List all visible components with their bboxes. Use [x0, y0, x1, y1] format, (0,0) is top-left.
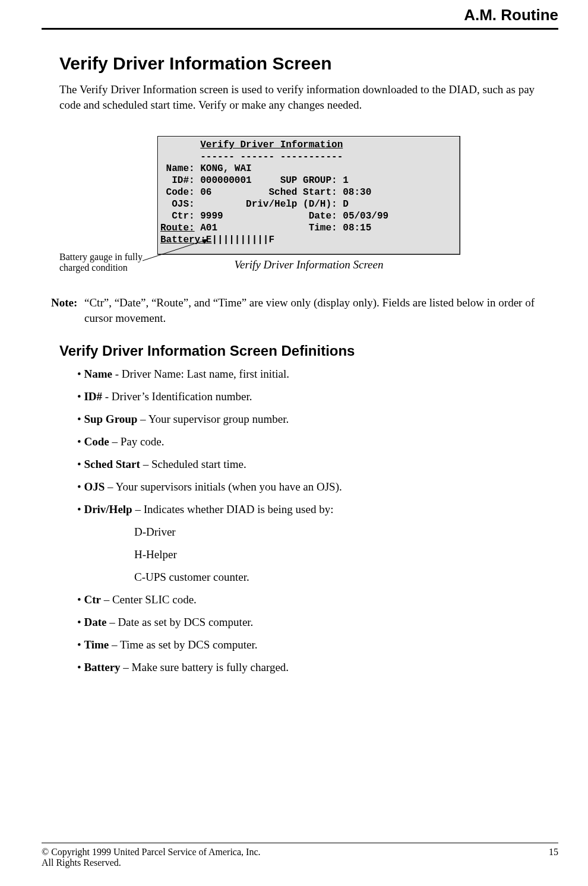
figure-wrap: Verify Driver Information ------ ------ …	[59, 136, 558, 271]
lbl-name: Name:	[160, 163, 195, 174]
val-id: 000000001	[200, 175, 251, 186]
battery-bar: ||||||||||	[211, 235, 268, 245]
lbl-dh: Driv/Help (D/H):	[246, 199, 337, 210]
definition-sep: –	[140, 458, 151, 470]
lbl-battery: Battery:	[160, 235, 206, 245]
page-title: Verify Driver Information Screen	[59, 53, 558, 74]
definition-subitem: H-Helper	[134, 548, 558, 561]
val-date: 05/03/99	[343, 211, 388, 221]
lbl-code: Code:	[160, 187, 195, 198]
page-number: 15	[549, 847, 558, 868]
lbl-route: Route:	[160, 223, 195, 233]
lead-paragraph: The Verify Driver Information screen is …	[59, 82, 558, 112]
definition-term: Driv/Help	[84, 503, 132, 515]
definition-text: Center SLIC code.	[112, 593, 197, 606]
footer-left: © Copyright 1999 United Parcel Service o…	[42, 847, 261, 868]
definition-text: Driver Name: Last name, first initial.	[122, 368, 289, 380]
definition-text: Indicates whether DIAD is being used by:	[144, 503, 334, 515]
lbl-ojs: OJS:	[160, 199, 195, 210]
val-sup: 1	[343, 175, 349, 186]
definition-term: Code	[84, 435, 109, 448]
definition-sublist: D-DriverH-HelperC-UPS customer counter.	[134, 526, 558, 584]
term-pad	[160, 151, 200, 162]
definition-term: OJS	[84, 480, 105, 493]
definition-term: ID#	[84, 390, 102, 403]
definition-term: Name	[84, 368, 112, 380]
definitions-heading: Verify Driver Information Screen Definit…	[59, 343, 558, 359]
terminal-screenshot: Verify Driver Information ------ ------ …	[157, 136, 460, 255]
definition-sep: –	[132, 503, 144, 515]
battery-f: F	[268, 235, 274, 245]
definition-text: Pay code.	[121, 435, 165, 448]
definition-term: Time	[84, 638, 109, 651]
val-start: 08:30	[343, 187, 371, 198]
definition-term: Sched Start	[84, 458, 140, 470]
lbl-sup: SUP GROUP:	[280, 175, 337, 186]
callout-text: Battery gauge in fully charged condition	[59, 252, 160, 273]
definition-item: ID# - Driver’s Identification number.	[77, 390, 558, 403]
term-dashes: ------ ------ -----------	[200, 151, 343, 162]
definition-text: Driver’s Identification number.	[112, 390, 252, 403]
note-block: Note: “Ctr”, “Date”, “Route”, and “Time”…	[51, 295, 558, 325]
definition-sep: –	[137, 413, 148, 425]
definition-text: Your supervisors initials (when you have…	[116, 480, 342, 493]
lbl-date: Date:	[309, 211, 337, 221]
val-ctr: 9999	[200, 211, 223, 221]
content-area: Verify Driver Information Screen The Ver…	[42, 53, 558, 674]
note-label: Note:	[51, 295, 84, 325]
val-time: 08:15	[343, 223, 371, 233]
definition-item: Name - Driver Name: Last name, first ini…	[77, 368, 558, 381]
definition-sep: –	[109, 435, 121, 448]
definition-text: Time as set by DCS computer.	[120, 638, 258, 651]
note-text: “Ctr”, “Date”, “Route”, and “Time” are v…	[84, 295, 558, 325]
definition-item: Driv/Help – Indicates whether DIAD is be…	[77, 503, 558, 584]
battery-e: E	[206, 235, 212, 245]
lbl-start: Sched Start:	[268, 187, 337, 198]
definition-text: Your supervisor group number.	[148, 413, 289, 425]
header-rule	[42, 28, 558, 30]
lbl-time: Time:	[309, 223, 337, 233]
definition-sep: –	[105, 480, 115, 493]
val-code: 06	[200, 187, 211, 198]
definition-text: Date as set by DCS computer.	[118, 616, 253, 628]
lbl-ctr: Ctr:	[160, 211, 195, 221]
rights-line: All Rights Reserved.	[42, 857, 121, 868]
definition-item: Ctr – Center SLIC code.	[77, 593, 558, 606]
definition-text: Make sure battery is fully charged.	[132, 661, 289, 673]
definition-text: Scheduled start time.	[151, 458, 246, 470]
definition-sep: -	[112, 368, 122, 380]
definition-sep: -	[102, 390, 112, 403]
definition-item: Date – Date as set by DCS computer.	[77, 616, 558, 629]
definition-term: Ctr	[84, 593, 100, 606]
footer-rule	[42, 843, 558, 843]
definition-item: Sup Group – Your supervisor group number…	[77, 413, 558, 426]
page-footer: © Copyright 1999 United Parcel Service o…	[42, 843, 558, 868]
running-head: A.M. Routine	[42, 6, 558, 24]
definitions-list: Name - Driver Name: Last name, first ini…	[59, 368, 558, 674]
definition-item: OJS – Your supervisors initials (when yo…	[77, 480, 558, 493]
definition-item: Code – Pay code.	[77, 435, 558, 448]
copyright-line: © Copyright 1999 United Parcel Service o…	[42, 847, 261, 857]
val-dh: D	[343, 199, 349, 210]
definition-term: Battery	[84, 661, 120, 673]
term-title: Verify Driver Information	[200, 140, 343, 150]
definition-sep: –	[106, 616, 118, 628]
definition-subitem: C-UPS customer counter.	[134, 571, 558, 584]
definition-sep: –	[101, 593, 112, 606]
val-name: KONG, WAI	[200, 163, 251, 174]
page: A.M. Routine Verify Driver Information S…	[0, 0, 588, 886]
term-pad	[160, 140, 200, 150]
definition-item: Battery – Make sure battery is fully cha…	[77, 661, 558, 674]
definition-item: Sched Start – Scheduled start time.	[77, 458, 558, 471]
definition-item: Time – Time as set by DCS computer.	[77, 638, 558, 651]
definition-subitem: D-Driver	[134, 526, 558, 539]
definition-term: Sup Group	[84, 413, 137, 425]
lbl-id: ID#:	[160, 175, 195, 186]
definition-sep: –	[109, 638, 120, 651]
definition-sep: –	[121, 661, 132, 673]
val-route: A01	[200, 223, 217, 233]
definition-term: Date	[84, 616, 106, 628]
